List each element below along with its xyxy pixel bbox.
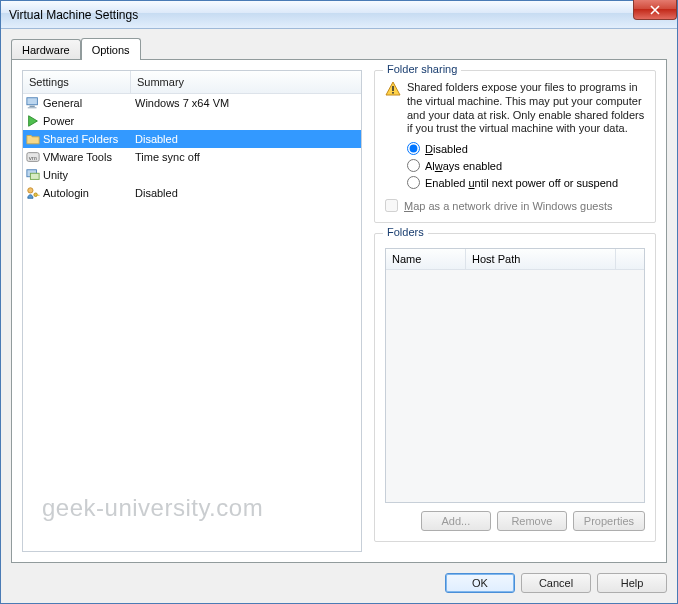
item-label: VMware Tools xyxy=(43,151,131,163)
col-summary[interactable]: Summary xyxy=(131,71,361,93)
folders-table[interactable]: Name Host Path xyxy=(385,248,645,503)
settings-list: Settings Summary General Windows 7 x64 V… xyxy=(22,70,362,552)
add-button[interactable]: Add... xyxy=(421,511,491,531)
svg-rect-12 xyxy=(392,86,394,91)
group-title: Folders xyxy=(383,226,428,238)
item-label: General xyxy=(43,97,131,109)
close-button[interactable] xyxy=(633,0,677,20)
play-icon xyxy=(23,114,43,128)
map-drive-checkbox-row[interactable]: Map as a network drive in Windows guests xyxy=(385,199,645,212)
vm-icon: vm xyxy=(23,150,43,164)
svg-rect-2 xyxy=(28,107,37,108)
radio-always[interactable]: Always enabled xyxy=(407,159,645,172)
settings-list-header: Settings Summary xyxy=(23,71,361,94)
details-pane: Folder sharing Shared folders expose you… xyxy=(374,70,656,552)
close-icon xyxy=(650,5,660,15)
item-summary: Time sync off xyxy=(131,151,361,163)
warning-row: Shared folders expose your files to prog… xyxy=(385,81,645,136)
item-label: Autologin xyxy=(43,187,131,199)
svg-rect-1 xyxy=(30,106,35,107)
list-item-general[interactable]: General Windows 7 x64 VM xyxy=(23,94,361,112)
unity-icon xyxy=(23,168,43,182)
help-button[interactable]: Help xyxy=(597,573,667,593)
folder-sharing-group: Folder sharing Shared folders expose you… xyxy=(374,70,656,223)
user-key-icon xyxy=(23,186,43,200)
cancel-button[interactable]: Cancel xyxy=(521,573,591,593)
radio-until-off[interactable]: Enabled until next power off or suspend xyxy=(407,176,645,189)
svg-text:vm: vm xyxy=(29,154,37,161)
folders-buttons: Add... Remove Properties xyxy=(385,511,645,531)
list-item-vmware-tools[interactable]: vm VMware Tools Time sync off xyxy=(23,148,361,166)
folders-table-header: Name Host Path xyxy=(386,249,644,270)
list-item-shared-folders[interactable]: Shared Folders Disabled xyxy=(23,130,361,148)
settings-window: Virtual Machine Settings Hardware Option… xyxy=(0,0,678,604)
item-label: Power xyxy=(43,115,131,127)
settings-list-body[interactable]: General Windows 7 x64 VM Power Shared Fo… xyxy=(23,94,361,551)
folder-icon xyxy=(23,132,43,146)
svg-point-9 xyxy=(34,193,38,197)
svg-rect-13 xyxy=(392,92,394,94)
svg-rect-0 xyxy=(27,98,38,105)
item-label: Shared Folders xyxy=(43,133,131,145)
col-settings[interactable]: Settings xyxy=(23,71,131,93)
item-summary: Disabled xyxy=(131,133,361,145)
monitor-icon xyxy=(23,96,43,110)
titlebar[interactable]: Virtual Machine Settings xyxy=(1,1,677,29)
folders-table-body[interactable] xyxy=(386,270,644,502)
dialog-footer: OK Cancel Help xyxy=(11,563,667,593)
tab-hardware[interactable]: Hardware xyxy=(11,39,81,59)
radio-disabled[interactable]: Disabled xyxy=(407,142,645,155)
radio-always-input[interactable] xyxy=(407,159,420,172)
folders-group: Folders Name Host Path Add... Remove Pro… xyxy=(374,233,656,542)
list-item-autologin[interactable]: Autologin Disabled xyxy=(23,184,361,202)
tab-options[interactable]: Options xyxy=(81,38,141,60)
properties-button[interactable]: Properties xyxy=(573,511,645,531)
tabs: Hardware Options xyxy=(11,37,667,59)
warning-icon xyxy=(385,81,401,97)
item-label: Unity xyxy=(43,169,131,181)
warning-text: Shared folders expose your files to prog… xyxy=(407,81,645,136)
tab-panel: Settings Summary General Windows 7 x64 V… xyxy=(11,59,667,563)
list-item-unity[interactable]: Unity xyxy=(23,166,361,184)
window-body: Hardware Options Settings Summary Genera… xyxy=(1,29,677,603)
ok-button[interactable]: OK xyxy=(445,573,515,593)
window-title: Virtual Machine Settings xyxy=(5,8,138,22)
col-hostpath[interactable]: Host Path xyxy=(466,249,616,269)
radio-disabled-input[interactable] xyxy=(407,142,420,155)
svg-point-8 xyxy=(28,188,33,193)
svg-marker-3 xyxy=(29,116,38,127)
svg-rect-10 xyxy=(37,195,40,196)
radio-until-off-input[interactable] xyxy=(407,176,420,189)
remove-button[interactable]: Remove xyxy=(497,511,567,531)
item-summary: Disabled xyxy=(131,187,361,199)
item-summary: Windows 7 x64 VM xyxy=(131,97,361,109)
col-name[interactable]: Name xyxy=(386,249,466,269)
sharing-radios: Disabled Always enabled Enabled until ne… xyxy=(407,142,645,189)
group-title: Folder sharing xyxy=(383,63,461,75)
svg-rect-7 xyxy=(30,173,39,179)
col-spacer xyxy=(616,249,644,269)
list-item-power[interactable]: Power xyxy=(23,112,361,130)
map-drive-checkbox[interactable] xyxy=(385,199,398,212)
